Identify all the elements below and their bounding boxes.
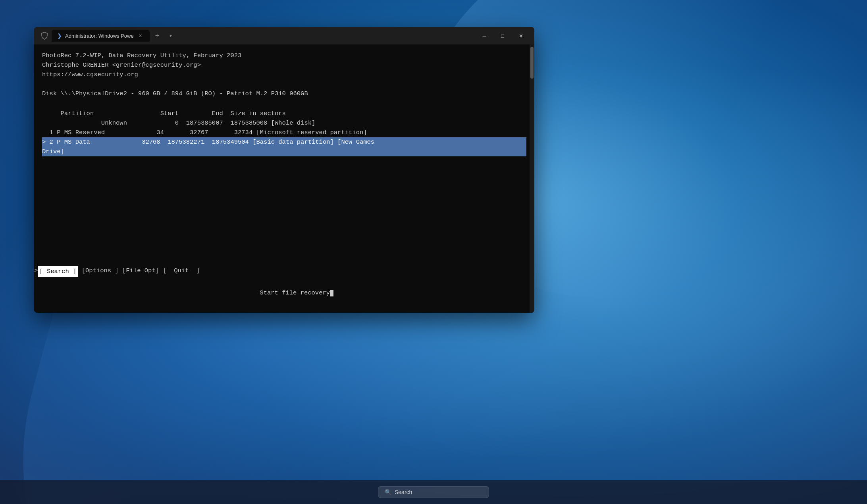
tab-dropdown-button[interactable]: ▾ — [165, 30, 177, 42]
blank-line-1 — [42, 79, 526, 89]
taskbar-center: 🔍 Search — [378, 486, 489, 498]
shield-icon — [39, 30, 50, 41]
fileopt-button[interactable]: [File Opt] — [122, 266, 159, 277]
quit-button[interactable]: [ Quit ] — [163, 266, 200, 277]
taskbar-search[interactable]: 🔍 Search — [378, 486, 489, 498]
window-controls: ─ □ ✕ — [476, 29, 530, 42]
terminal-body: PhotoRec 7.2-WIP, Data Recovery Utility,… — [34, 44, 534, 313]
maximize-button[interactable]: □ — [494, 29, 511, 42]
scrollbar-track[interactable] — [530, 44, 534, 313]
partition-row-2-highlighted[interactable]: > 2 P MS Data 32768 1875382271 187534950… — [42, 137, 526, 156]
taskbar: 🔍 Search — [0, 480, 867, 504]
disk-info-line: Disk \\.\PhysicalDrive2 - 960 GB / 894 G… — [42, 89, 526, 98]
scrollbar-thumb[interactable] — [530, 47, 534, 79]
col-headers: Partition Start End Size in sectors — [42, 109, 526, 118]
partition-row-1: 1 P MS Reserved 34 32767 32734 [Microsof… — [42, 128, 526, 137]
taskbar-search-icon: 🔍 — [385, 489, 391, 495]
partition-table: Partition Start End Size in sectors Unkn… — [42, 109, 526, 156]
options-button[interactable]: [Options ] — [82, 266, 119, 277]
terminal-window: ❯ Administrator: Windows Powe ✕ + ▾ ─ □ … — [34, 27, 534, 313]
tab-label: Administrator: Windows Powe — [65, 33, 134, 39]
photorec-line2: Christophe GRENIER <grenier@cgsecurity.o… — [42, 60, 526, 70]
options-spacer — [78, 266, 81, 277]
bottom-hint: Start file recovery — [34, 277, 530, 307]
new-tab-button[interactable]: + — [151, 30, 163, 42]
active-tab[interactable]: ❯ Administrator: Windows Powe ✕ — [52, 30, 150, 42]
text-cursor — [330, 290, 333, 296]
minimize-button[interactable]: ─ — [476, 29, 493, 42]
powershell-icon: ❯ — [57, 33, 62, 39]
photorec-line1: PhotoRec 7.2-WIP, Data Recovery Utility,… — [42, 51, 526, 60]
search-button[interactable]: [ Search ] — [38, 266, 78, 277]
blank-line-2 — [42, 98, 526, 108]
action-buttons-row: >[ Search ] [Options ] [File Opt] [ Quit… — [34, 266, 530, 277]
close-button[interactable]: ✕ — [512, 29, 530, 42]
tab-close-button[interactable]: ✕ — [137, 32, 144, 39]
col-sub: Unknown 0 1875385007 1875385008 [Whole d… — [42, 118, 526, 128]
title-bar: ❯ Administrator: Windows Powe ✕ + ▾ ─ □ … — [34, 27, 534, 44]
taskbar-search-label: Search — [395, 489, 412, 495]
bottom-action-bar: >[ Search ] [Options ] [File Opt] [ Quit… — [34, 262, 530, 313]
prompt-char: > — [34, 266, 38, 277]
photorec-line3: https://www.cgsecurity.org — [42, 70, 526, 79]
